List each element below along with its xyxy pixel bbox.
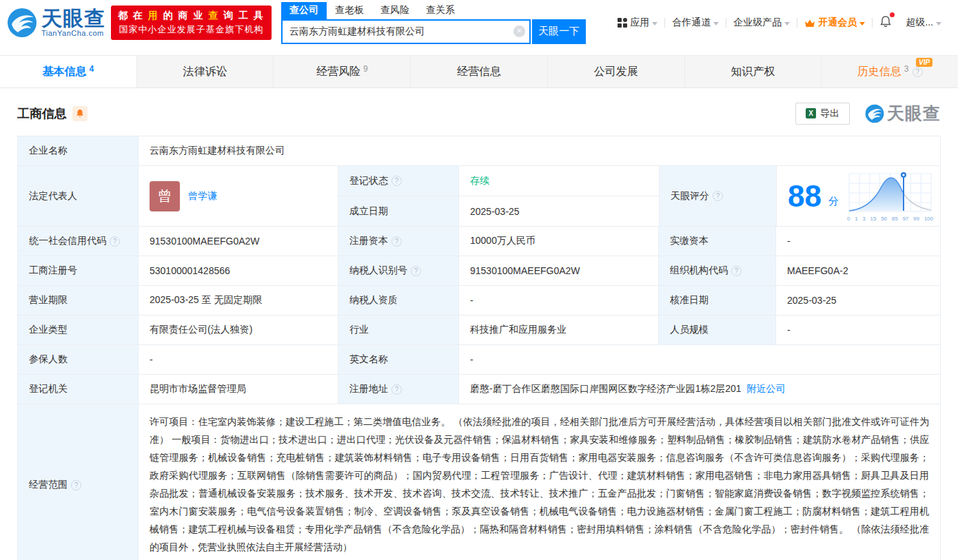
logo-swirl-icon (7, 8, 37, 38)
staff-size-value: - (776, 315, 940, 344)
approval-date-value: 2025-03-25 (776, 286, 940, 315)
help-icon[interactable] (913, 67, 923, 77)
top-header: 天眼查 TianYanCha.com 都 在 用 的 商 业 查 询 工 具 国… (0, 0, 958, 45)
table-row: 企业名称 云南东方雨虹建材科技有限公司 (18, 136, 940, 166)
table-row: 经营范围 许可项目：住宅室内装饰装修；建设工程施工；第二类增值电信业务。 （依法… (18, 404, 940, 560)
search-button[interactable]: 天眼一下 (532, 19, 586, 44)
english-name-value: - (459, 345, 940, 374)
field-label: 纳税人资质 (338, 286, 459, 315)
subscribe-bell-icon[interactable] (72, 106, 88, 121)
field-label: 登记机关 (18, 375, 139, 404)
nav-enterprise-products[interactable]: 企业级产品 (726, 17, 797, 29)
nav-super-account[interactable]: 超级... (899, 17, 948, 29)
help-icon[interactable] (391, 176, 402, 186)
registration-status: 存续 (459, 166, 659, 196)
promo-line2: 国家中小企业发展子基金旗下机构 (118, 23, 265, 36)
table-row: 登记机关 昆明市市场监督管理局 注册地址 磨憨-磨丁合作区磨憨国际口岸围网区数字… (18, 375, 940, 404)
help-icon[interactable] (110, 236, 120, 247)
field-label: 核准日期 (659, 286, 776, 315)
tab-basic-info[interactable]: 基本信息4 (0, 56, 137, 87)
middle-column: 登记状态 存续 成立日期 2025-03-25 (338, 166, 660, 226)
reg-authority-value: 昆明市市场监督管理局 (139, 375, 338, 404)
tab-business-risk[interactable]: 经营风险9 (274, 56, 411, 87)
tab-company-development[interactable]: 公司发展 (548, 56, 685, 87)
score-distribution-chart: 01 315 5085 9799 100 (847, 170, 933, 222)
field-label: 行业 (338, 315, 459, 344)
help-icon[interactable] (391, 384, 402, 395)
company-name: 云南东方雨虹建材科技有限公司 (139, 136, 940, 165)
taxpayer-id-value: 91530100MAEEFG0A2W (459, 256, 659, 285)
search-tab-relation[interactable]: 查关系 (418, 2, 463, 19)
field-label: 成立日期 (338, 196, 459, 226)
help-icon[interactable] (71, 480, 81, 490)
page-tab-bar: 基本信息4 法律诉讼 经营风险9 经营信息 公司发展 知识产权 VIP 历史信息… (0, 55, 958, 88)
field-label: 组织机构代码 (659, 256, 776, 285)
help-icon[interactable] (713, 191, 723, 201)
notification-dot (890, 12, 895, 17)
tab-intellectual-property[interactable]: 知识产权 (685, 56, 822, 87)
tab-legal-proceedings[interactable]: 法律诉讼 (137, 56, 274, 87)
table-row: 工商注册号 530100001428566 纳税人识别号 91530100MAE… (18, 256, 940, 286)
nav-apps[interactable]: 应用 (611, 17, 664, 29)
avatar[interactable]: 曾 (150, 181, 180, 211)
promo-line1: 都 在 (118, 10, 148, 21)
chevron-down-icon (652, 22, 658, 25)
help-icon[interactable] (731, 266, 742, 276)
legal-rep-link[interactable]: 曾学谦 (188, 190, 217, 203)
crown-icon (804, 19, 815, 28)
clear-icon[interactable] (513, 25, 525, 37)
field-label: 法定代表人 (18, 166, 139, 226)
table-row: 参保人数 - 英文名称 - (18, 345, 940, 375)
nav-open-vip[interactable]: 开通会员 (797, 17, 872, 29)
table-row: 法定代表人 曾 曾学谦 登记状态 存续 成立日期 2025-03-25 天眼评分… (18, 166, 940, 227)
export-button[interactable]: 导出 (795, 103, 850, 125)
field-label: 人员规模 (659, 315, 776, 344)
nearby-companies-link[interactable]: 附近公司 (747, 383, 786, 395)
field-label: 工商注册号 (18, 256, 139, 285)
reg-address-cell: 磨憨-磨丁合作区磨憨国际口岸围网区数字经济产业园1栋2层201 附近公司 (459, 375, 940, 404)
company-type-value: 有限责任公司(法人独资) (139, 315, 338, 344)
tab-history-info[interactable]: VIP 历史信息3 (822, 56, 958, 87)
tab-count: 9 (363, 64, 368, 74)
section-title: 工商信息 (17, 105, 67, 122)
score-value: 88 (788, 181, 822, 211)
excel-icon (806, 108, 816, 118)
reg-capital-value: 10000万人民币 (459, 227, 659, 256)
legal-rep-cell: 曾 曾学谦 (139, 166, 338, 226)
search-tab-boss[interactable]: 查老板 (327, 2, 372, 19)
field-label: 企业类型 (18, 315, 139, 344)
field-label: 经营范围 (18, 404, 139, 560)
taxpayer-qual-value: - (459, 286, 659, 315)
watermark-swirl-icon (865, 104, 884, 123)
establish-date: 2025-03-25 (459, 196, 659, 226)
uscc-value: 91530100MAEEFG0A2W (139, 227, 338, 256)
grid-icon (618, 18, 627, 28)
logo-subtitle: TianYanCha.com (41, 29, 105, 37)
field-label: 营业期限 (18, 286, 139, 315)
tianyan-score-cell[interactable]: 88 分 (777, 166, 940, 226)
field-label: 企业名称 (18, 136, 139, 165)
help-icon[interactable] (391, 236, 402, 247)
table-row: 统一社会信用代码 91530100MAEEFG0A2W 注册资本 10000万人… (18, 227, 940, 256)
field-label: 天眼评分 (660, 166, 777, 226)
field-label: 参保人数 (18, 345, 139, 374)
search-tab-risk[interactable]: 查风险 (372, 2, 418, 19)
paid-capital-value: - (776, 227, 940, 256)
reg-no-value: 530100001428566 (139, 256, 338, 285)
search-area: 查公司 查老板 查风险 查关系 天眼一下 (281, 2, 586, 44)
search-input[interactable] (281, 19, 531, 44)
tab-business-info[interactable]: 经营信息 (411, 56, 548, 87)
section-header: 工商信息 导出 天眼查 (17, 102, 941, 125)
help-icon[interactable] (411, 266, 421, 276)
chevron-down-icon (784, 22, 790, 25)
field-label: 纳税人识别号 (338, 256, 459, 285)
watermark-logo: 天眼查 (865, 102, 941, 125)
score-axis-labels: 01 315 5085 9799 100 (847, 216, 933, 222)
tianyancha-logo[interactable]: 天眼查 TianYanCha.com (7, 8, 105, 38)
notification-bell-icon[interactable] (873, 15, 899, 30)
insured-value: - (139, 345, 338, 374)
field-label: 实缴资本 (659, 227, 776, 256)
chevron-down-icon (713, 22, 719, 25)
nav-cooperation[interactable]: 合作通道 (665, 17, 726, 29)
search-tab-company[interactable]: 查公司 (281, 2, 327, 19)
